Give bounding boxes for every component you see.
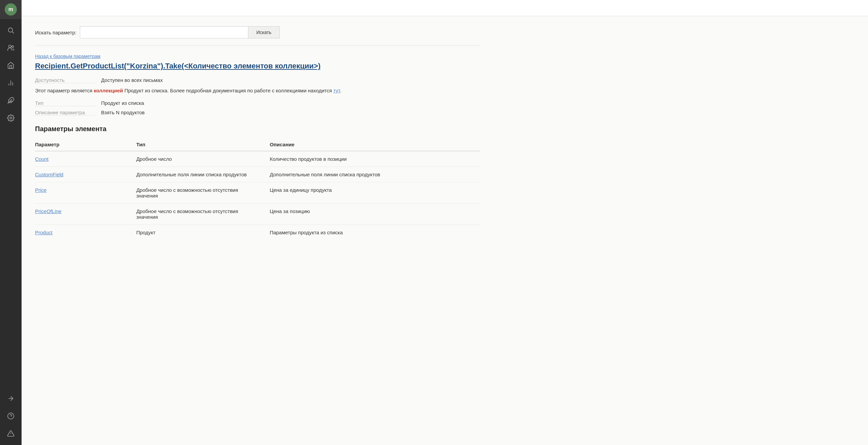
description-text: Этот параметр является коллекцией Продук…: [35, 87, 480, 95]
table-cell-param: PriceOfLine: [35, 204, 133, 225]
availability-label: Доступность: [35, 77, 96, 83]
table-cell-desc: Количество продуктов в позиции: [266, 151, 480, 167]
table-body: CountДробное числоКоличество продуктов в…: [35, 151, 480, 240]
type-row: Тип Продукт из списка: [35, 100, 480, 106]
users-icon: [7, 44, 14, 52]
table-cell-param: Price: [35, 182, 133, 204]
sidebar-logo: m: [0, 0, 22, 19]
desc-end: .: [340, 88, 341, 93]
table-cell-type: Дробное число с возможностью отсутствия …: [133, 204, 266, 225]
app-layout: m: [0, 0, 868, 445]
desc-param-row: Описание параметра Взять N продуктов: [35, 110, 480, 116]
svg-point-3: [12, 46, 14, 48]
search-button[interactable]: Искать: [248, 26, 280, 38]
table-row: ProductПродуктПараметры продукта из спис…: [35, 225, 480, 240]
sidebar-item-users[interactable]: [0, 39, 22, 57]
sidebar-item-broadcast[interactable]: [0, 57, 22, 74]
table-cell-desc: Параметры продукта из списка: [266, 225, 480, 240]
svg-point-2: [9, 45, 11, 48]
col-header-type: Тип: [133, 138, 266, 151]
svg-point-0: [8, 28, 13, 32]
availability-row: Доступность Доступен во всех письмах: [35, 77, 480, 83]
table-cell-desc: Дополнительные поля линии списка продукт…: [266, 167, 480, 182]
gear-icon: [7, 114, 14, 122]
sidebar-item-warning[interactable]: [0, 425, 22, 442]
search-icon: [7, 27, 14, 34]
type-value: Продукт из списка: [101, 100, 144, 106]
sidebar-item-settings[interactable]: [0, 109, 22, 127]
element-params-heading: Параметры элемента: [35, 125, 480, 133]
logo-icon: m: [5, 3, 17, 16]
export-icon: [7, 395, 14, 402]
sidebar: m: [0, 0, 22, 445]
sidebar-nav: [0, 19, 22, 390]
table-cell-param: CustomField: [35, 167, 133, 182]
col-header-param: Параметр: [35, 138, 133, 151]
desc-param-label: Описание параметра: [35, 110, 96, 116]
table-header: Параметр Тип Описание: [35, 138, 480, 151]
table-cell-type: Дробное число: [133, 151, 266, 167]
param-link[interactable]: Price: [35, 187, 46, 193]
desc-param-value: Взять N продуктов: [101, 110, 145, 115]
top-bar: [22, 0, 868, 16]
table-cell-type: Дробное число с возможностью отсутствия …: [133, 182, 266, 204]
broadcast-icon: [7, 62, 14, 69]
desc-link[interactable]: тут: [333, 88, 340, 93]
help-icon: [7, 412, 14, 420]
sidebar-item-puzzle[interactable]: [0, 92, 22, 109]
search-input[interactable]: [80, 26, 248, 38]
desc-highlight: коллекцией: [94, 88, 123, 93]
table-row: CustomFieldДополнительные поля линии спи…: [35, 167, 480, 182]
svg-line-1: [12, 32, 14, 33]
svg-point-9: [10, 117, 12, 119]
param-link[interactable]: Count: [35, 156, 49, 162]
sidebar-item-search[interactable]: [0, 22, 22, 39]
type-label: Тип: [35, 100, 96, 106]
param-link[interactable]: CustomField: [35, 172, 63, 177]
breadcrumb[interactable]: Назад к базовым параметрам: [35, 54, 480, 59]
warning-icon: [7, 430, 14, 437]
table-cell-desc: Цена за позицию: [266, 204, 480, 225]
main-content: Искать параметр: Искать Назад к базовым …: [22, 0, 868, 445]
table-cell-type: Продукт: [133, 225, 266, 240]
search-label: Искать параметр:: [35, 30, 76, 35]
params-table: Параметр Тип Описание CountДробное число…: [35, 138, 480, 240]
col-header-desc: Описание: [266, 138, 480, 151]
puzzle-icon: [7, 97, 14, 104]
content-area: Искать параметр: Искать Назад к базовым …: [22, 16, 493, 254]
svg-point-11: [8, 413, 14, 419]
availability-value: Доступен во всех письмах: [101, 77, 163, 83]
table-row: PriceДробное число с возможностью отсутс…: [35, 182, 480, 204]
param-link[interactable]: PriceOfLine: [35, 208, 61, 214]
sidebar-item-export[interactable]: [0, 390, 22, 407]
sidebar-item-help[interactable]: [0, 407, 22, 425]
search-section: Искать параметр: Искать: [35, 26, 480, 46]
table-cell-type: Дополнительные поля линии списка продукт…: [133, 167, 266, 182]
page-title[interactable]: Recipient.GetProductList("Korzina").Take…: [35, 62, 480, 70]
sidebar-item-chart[interactable]: [0, 74, 22, 92]
table-row: CountДробное числоКоличество продуктов в…: [35, 151, 480, 167]
table-cell-param: Count: [35, 151, 133, 167]
desc-suffix: Продукт из списка. Более подробная докум…: [123, 88, 333, 93]
desc-prefix: Этот параметр является: [35, 88, 94, 93]
table-cell-param: Product: [35, 225, 133, 240]
sidebar-bottom: [0, 390, 22, 445]
table-cell-desc: Цена за единицу продукта: [266, 182, 480, 204]
chart-icon: [7, 79, 14, 87]
table-row: PriceOfLineДробное число с возможностью …: [35, 204, 480, 225]
param-link[interactable]: Product: [35, 230, 53, 235]
